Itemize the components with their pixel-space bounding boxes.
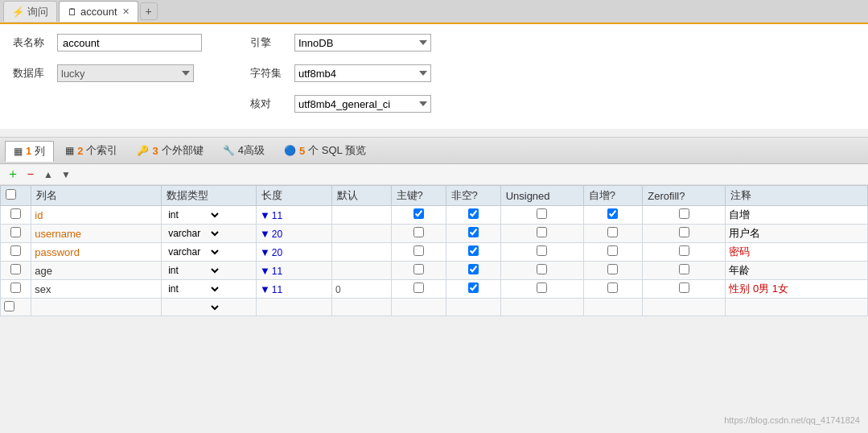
row-autoinc-checkbox-3[interactable]	[607, 264, 618, 274]
row-zerofill-checkbox-0[interactable]	[679, 208, 689, 219]
row-type-select-1[interactable]: varchar	[165, 227, 221, 240]
empty-default[interactable]	[331, 299, 391, 316]
row-len[interactable]: ▼	[256, 243, 331, 262]
row-field-name[interactable]: password	[31, 243, 162, 262]
empty-notnull[interactable]	[446, 299, 500, 316]
tab-query[interactable]: ⚡ 询问	[3, 1, 57, 22]
move-up-button[interactable]: ▲	[40, 167, 56, 183]
empty-type-select[interactable]	[165, 301, 221, 314]
row-autoinc-checkbox-2[interactable]	[607, 245, 618, 256]
row-len[interactable]: ▼	[256, 225, 331, 243]
tab-account[interactable]: 🗒 account ✕	[59, 1, 138, 22]
row-len[interactable]: ▼	[256, 262, 331, 280]
row-type[interactable]: int	[162, 206, 257, 225]
row-comment[interactable]: 密码	[726, 243, 868, 262]
tab-sql-preview[interactable]: 🔵 5 个 SQL 预览	[276, 141, 374, 160]
row-type-select-3[interactable]: int	[165, 264, 221, 277]
row-notnull-checkbox-2[interactable]	[468, 245, 479, 256]
empty-autoinc[interactable]	[583, 299, 643, 316]
row-field-name[interactable]: username	[31, 225, 162, 243]
row-comment[interactable]: 用户名	[726, 225, 868, 243]
tab-advanced[interactable]: 🔧 4高级	[215, 141, 273, 160]
row-comment[interactable]: 自增	[726, 206, 868, 225]
select-all-checkbox[interactable]	[6, 189, 16, 200]
collation-select[interactable]: utf8mb4_general_ci	[294, 95, 431, 113]
row-zerofill-checkbox-3[interactable]	[679, 264, 689, 274]
row-type-select-0[interactable]: int	[165, 208, 221, 221]
row-unsigned-checkbox-4[interactable]	[537, 282, 547, 293]
empty-name[interactable]	[31, 299, 162, 316]
empty-comment[interactable]	[726, 299, 868, 316]
row-comment[interactable]: 年龄	[726, 262, 868, 280]
row-default[interactable]	[331, 262, 391, 280]
row-autoinc-checkbox-1[interactable]	[607, 227, 618, 237]
tab-indexes[interactable]: ▦ 2 个索引	[57, 141, 125, 160]
row-default-input-2[interactable]	[335, 247, 368, 258]
empty-len[interactable]	[256, 299, 331, 316]
row-notnull-checkbox-4[interactable]	[468, 282, 479, 293]
row-default[interactable]	[331, 243, 391, 262]
add-tab-button[interactable]: +	[140, 2, 158, 20]
row-comment[interactable]: 性别 0男 1女	[726, 280, 868, 299]
empty-zerofill[interactable]	[643, 299, 726, 316]
row-zerofill-checkbox-2[interactable]	[679, 245, 689, 256]
row-zerofill-checkbox-4[interactable]	[679, 282, 689, 293]
delete-row-button[interactable]: －	[23, 167, 39, 183]
row-pk-checkbox-0[interactable]	[413, 208, 424, 219]
add-row-button[interactable]: ＋	[5, 167, 21, 183]
row-len[interactable]: ▼	[256, 280, 331, 299]
db-select[interactable]: lucky	[57, 64, 194, 82]
row-pk-checkbox-1[interactable]	[413, 227, 424, 237]
row-len-input-0[interactable]	[272, 210, 304, 221]
row-default[interactable]	[331, 206, 391, 225]
row-unsigned-checkbox-1[interactable]	[537, 227, 547, 237]
row-checkbox-1[interactable]	[10, 227, 21, 237]
charset-select[interactable]: utf8mb4	[294, 64, 431, 82]
empty-unsigned[interactable]	[500, 299, 583, 316]
row-pk-checkbox-3[interactable]	[413, 264, 424, 274]
row-autoinc-checkbox-4[interactable]	[607, 282, 618, 293]
row-type-select-2[interactable]: varchar	[165, 245, 221, 258]
row-default-input-4[interactable]	[335, 284, 368, 295]
row-type[interactable]: varchar	[162, 225, 257, 243]
row-pk-checkbox-4[interactable]	[413, 282, 424, 293]
row-default-input-0[interactable]	[335, 210, 368, 221]
row-notnull-checkbox-0[interactable]	[468, 208, 479, 219]
row-field-name[interactable]: sex	[31, 280, 162, 299]
row-pk-checkbox-2[interactable]	[413, 245, 424, 256]
table-name-input[interactable]	[57, 34, 202, 52]
row-zerofill-checkbox-1[interactable]	[679, 227, 689, 237]
row-field-name[interactable]: id	[31, 206, 162, 225]
row-unsigned-checkbox-3[interactable]	[537, 264, 547, 274]
row-checkbox-4[interactable]	[10, 282, 21, 293]
row-default-input-3[interactable]	[335, 266, 368, 277]
row-default[interactable]	[331, 225, 391, 243]
row-type[interactable]: int	[162, 262, 257, 280]
engine-select[interactable]: InnoDB	[294, 34, 431, 52]
empty-row-checkbox[interactable]	[4, 301, 14, 311]
row-default-input-1[interactable]	[335, 229, 368, 240]
row-type-select-4[interactable]: int	[165, 282, 221, 295]
tab-foreign-keys[interactable]: 🔑 3 个外部键	[129, 141, 211, 160]
tab-columns[interactable]: ▦ 1 列	[5, 141, 54, 162]
row-notnull-checkbox-3[interactable]	[468, 264, 479, 274]
row-len-input-2[interactable]	[272, 247, 304, 258]
row-notnull-checkbox-1[interactable]	[468, 227, 479, 237]
row-checkbox-0[interactable]	[10, 208, 21, 219]
row-len-input-3[interactable]	[272, 266, 304, 277]
move-down-button[interactable]: ▼	[58, 167, 74, 183]
row-field-name[interactable]: age	[31, 262, 162, 280]
empty-type[interactable]	[162, 299, 257, 316]
empty-pk[interactable]	[391, 299, 446, 316]
row-autoinc-checkbox-0[interactable]	[607, 208, 618, 219]
row-unsigned-checkbox-0[interactable]	[537, 208, 547, 219]
row-type[interactable]: varchar	[162, 243, 257, 262]
tab-close-button[interactable]: ✕	[122, 6, 130, 17]
row-len-input-4[interactable]	[272, 284, 304, 295]
row-type[interactable]: int	[162, 280, 257, 299]
row-checkbox-2[interactable]	[10, 245, 21, 256]
row-len[interactable]: ▼	[256, 206, 331, 225]
row-checkbox-3[interactable]	[10, 264, 21, 274]
row-len-input-1[interactable]	[272, 229, 304, 240]
row-unsigned-checkbox-2[interactable]	[537, 245, 547, 256]
